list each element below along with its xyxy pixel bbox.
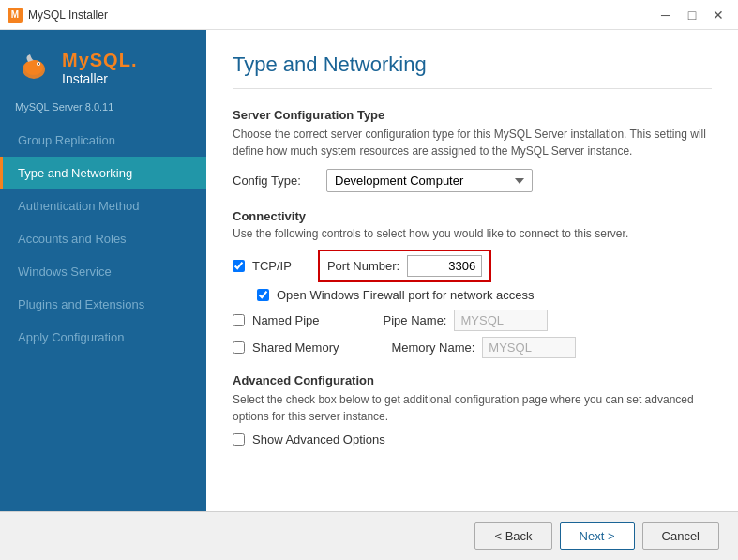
server-config-section-title: Server Configuration Type [233,108,712,122]
firewall-label: Open Windows Firewall port for network a… [277,288,535,302]
brand-installer: Installer [62,71,137,86]
sidebar-nav: Group Replication Type and Networking Au… [0,124,206,511]
back-button[interactable]: < Back [474,522,551,550]
shared-memory-checkbox[interactable] [233,341,245,354]
show-advanced-label: Show Advanced Options [252,432,385,446]
app-icon: M [8,8,23,23]
sidebar-version: MySQL Server 8.0.11 [0,101,206,124]
shared-memory-row: Shared Memory Memory Name: [233,337,712,358]
svg-point-1 [24,60,43,75]
tcpip-label: TCP/IP [252,259,292,273]
maximize-button[interactable]: □ [680,5,704,25]
shared-memory-label: Shared Memory [252,341,339,355]
show-advanced-row: Show Advanced Options [233,432,712,446]
port-number-label: Port Number: [327,259,399,273]
advanced-config-description: Select the check box below to get additi… [233,391,712,425]
tcpip-checkbox[interactable] [233,260,245,272]
sidebar: MySQL. Installer MySQL Server 8.0.11 Gro… [0,30,206,511]
port-number-input[interactable] [407,255,482,277]
config-type-select[interactable]: Development Computer Server Computer Ded… [326,169,533,192]
advanced-config-title: Advanced Configuration [233,373,712,387]
main-container: MySQL. Installer MySQL Server 8.0.11 Gro… [0,30,738,511]
server-config-description: Choose the correct server configuration … [233,126,712,159]
minimize-button[interactable]: ─ [654,5,678,25]
sidebar-item-authentication-method[interactable]: Authentication Method [0,189,206,222]
sidebar-item-windows-service[interactable]: Windows Service [0,255,206,288]
sidebar-header: MySQL. Installer [0,30,206,101]
sidebar-item-group-replication[interactable]: Group Replication [0,124,206,157]
close-button[interactable]: ✕ [706,5,730,25]
port-section: Port Number: [318,250,491,282]
next-button[interactable]: Next > [560,522,635,550]
config-type-row: Config Type: Development Computer Server… [233,169,712,192]
connectivity-title: Connectivity [233,209,712,223]
connectivity-description: Use the following controls to select how… [233,227,712,240]
window-controls: ─ □ ✕ [654,5,730,25]
memory-name-label: Memory Name: [391,341,474,355]
connectivity-section: Connectivity Use the following controls … [233,209,712,358]
mysql-logo-icon [15,49,53,86]
firewall-row: Open Windows Firewall port for network a… [257,288,712,302]
cancel-button[interactable]: Cancel [642,522,719,550]
main-content: Type and Networking Server Configuration… [206,30,738,511]
footer: < Back Next > Cancel [0,511,738,560]
pipe-name-input[interactable] [454,310,548,331]
brand-mysql: MySQL. [62,50,137,71]
sidebar-item-type-and-networking[interactable]: Type and Networking [0,157,206,189]
sidebar-item-plugins-and-extensions[interactable]: Plugins and Extensions [0,288,206,321]
pipe-name-label: Pipe Name: [384,313,447,327]
sidebar-item-accounts-and-roles[interactable]: Accounts and Roles [0,222,206,255]
named-pipe-label: Named Pipe [252,313,320,327]
window-title: MySQL Installer [28,8,654,22]
page-title: Type and Networking [233,53,712,89]
title-bar: M MySQL Installer ─ □ ✕ [0,0,738,30]
advanced-configuration-section: Advanced Configuration Select the check … [233,373,712,446]
sidebar-brand: MySQL. Installer [62,50,137,86]
named-pipe-checkbox[interactable] [233,314,245,326]
svg-point-3 [38,63,39,65]
firewall-checkbox[interactable] [257,289,269,301]
memory-name-input[interactable] [482,337,576,358]
sidebar-item-apply-configuration[interactable]: Apply Configuration [0,321,206,354]
show-advanced-checkbox[interactable] [233,433,245,446]
config-type-label: Config Type: [233,174,317,188]
named-pipe-row: Named Pipe Pipe Name: [233,310,712,331]
